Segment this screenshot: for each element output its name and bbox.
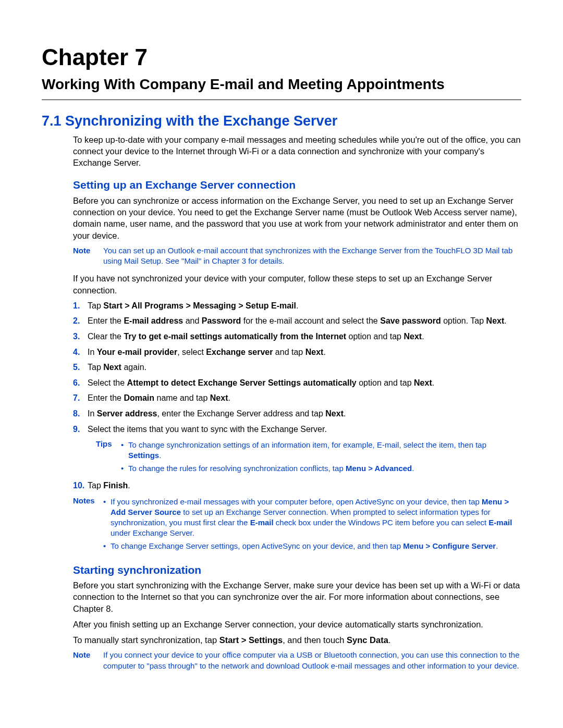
step-3: Clear the Try to get e-mail settings aut… bbox=[73, 331, 521, 342]
tips-body: To change synchronization settings of an… bbox=[121, 439, 521, 476]
step-9: Select the items that you want to sync w… bbox=[73, 424, 521, 435]
divider bbox=[42, 100, 521, 100]
notes-label: Notes bbox=[73, 496, 103, 553]
chapter-subtitle: Working With Company E-mail and Meeting … bbox=[42, 75, 521, 94]
notes-body: If you synchronized e-mail messages with… bbox=[103, 496, 521, 553]
note-block: Note You can set up an Outlook e-mail ac… bbox=[73, 245, 521, 269]
step-8: In Server address, enter the Exchange Se… bbox=[73, 408, 521, 419]
step-1: Tap Start > All Programs > Messaging > S… bbox=[73, 300, 521, 312]
subsection-start-heading: Starting synchronization bbox=[73, 563, 521, 577]
chapter-title: Chapter 7 bbox=[42, 42, 521, 72]
notes-item-2: To change Exchange Server settings, open… bbox=[103, 541, 521, 551]
step-10: 10. Tap Finish. bbox=[73, 480, 521, 491]
step-6: Select the Attempt to detect Exchange Se… bbox=[73, 377, 521, 389]
note-label: Note bbox=[73, 245, 103, 269]
step-7: Enter the Domain name and tap Next. bbox=[73, 392, 521, 404]
step-2: Enter the E-mail address and Password fo… bbox=[73, 315, 521, 327]
start-paragraph-3: To manually start synchronization, tap S… bbox=[73, 634, 521, 646]
start-paragraph-2: After you finish setting up an Exchange … bbox=[73, 619, 521, 630]
section-7-1-heading: 7.1 Synchronizing with the Exchange Serv… bbox=[42, 112, 521, 130]
step-5: Tap Next again. bbox=[73, 362, 521, 373]
subsection-setup-heading: Setting up an Exchange Server connection bbox=[73, 178, 521, 192]
tips-block: Tips To change synchronization settings … bbox=[96, 439, 521, 476]
steps-list: Tap Start > All Programs > Messaging > S… bbox=[73, 300, 521, 435]
setup-paragraph-1: Before you can synchronize or access inf… bbox=[73, 195, 521, 241]
tip-1: To change synchronization settings of an… bbox=[121, 440, 521, 461]
note-label: Note bbox=[73, 650, 103, 673]
step-4: In Your e-mail provider, select Exchange… bbox=[73, 347, 521, 358]
note-body: If you connect your device to your offic… bbox=[103, 650, 521, 673]
section-intro: To keep up-to-date with your company e-m… bbox=[73, 134, 521, 169]
start-paragraph-1: Before you start synchronizing with the … bbox=[73, 579, 521, 614]
notes-block: Notes If you synchronized e-mail message… bbox=[73, 496, 521, 553]
note-body: You can set up an Outlook e-mail account… bbox=[103, 245, 521, 269]
tip-2: To change the rules for resolving synchr… bbox=[121, 463, 521, 474]
notes-item-1: If you synchronized e-mail messages with… bbox=[103, 497, 521, 539]
tips-label: Tips bbox=[96, 439, 121, 476]
setup-paragraph-2: If you have not synchronized your device… bbox=[73, 273, 521, 296]
note-block-2: Note If you connect your device to your … bbox=[73, 650, 521, 673]
